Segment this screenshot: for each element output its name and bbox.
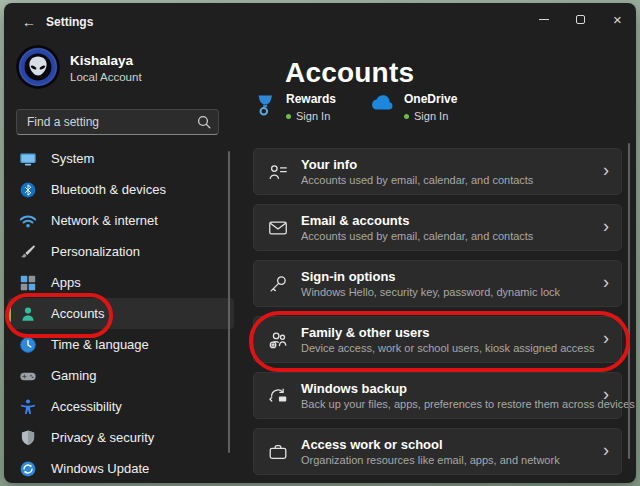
game-controller-icon	[19, 367, 37, 385]
clock-globe-icon	[19, 336, 37, 354]
sidebar-item-label: Time & language	[51, 337, 149, 352]
sign-in-options-card[interactable]: Sign-in options Windows Hello, security …	[253, 260, 622, 307]
apps-grid-icon	[19, 274, 37, 292]
onedrive-promo[interactable]: OneDrive Sign In	[368, 92, 457, 122]
minimize-icon	[539, 19, 549, 20]
paintbrush-icon	[19, 243, 37, 261]
card-title: Family & other users	[301, 325, 591, 340]
envelope-icon	[267, 217, 289, 239]
sidebar-item-label: Personalization	[51, 244, 140, 259]
chevron-right-icon: ›	[603, 217, 609, 238]
onedrive-cloud-icon	[368, 93, 395, 113]
search-icon	[197, 115, 211, 129]
sidebar-item-system[interactable]: System	[8, 143, 234, 174]
sidebar-scrollbar[interactable]	[228, 151, 230, 453]
bluetooth-icon	[19, 181, 37, 199]
back-arrow-icon: ←	[22, 14, 36, 30]
card-subtitle: Windows Hello, security key, password, d…	[301, 286, 591, 298]
email-accounts-card[interactable]: Email & accounts Accounts used by email,…	[253, 204, 622, 251]
card-title: Your info	[301, 157, 591, 172]
family-other-users-card[interactable]: Family & other users Device access, work…	[253, 316, 622, 363]
close-icon: ×	[613, 12, 622, 27]
content-scrollbar[interactable]	[628, 143, 630, 459]
search-input[interactable]	[17, 110, 218, 134]
maximize-icon	[576, 15, 585, 24]
rewards-trophy-icon	[256, 93, 277, 117]
update-arrows-icon	[19, 460, 37, 478]
your-info-icon	[267, 161, 289, 183]
minimize-button[interactable]	[525, 3, 562, 36]
sidebar-item-time-language[interactable]: Time & language	[8, 329, 234, 360]
sidebar-item-accounts[interactable]: Accounts	[8, 298, 234, 329]
card-title: Windows backup	[301, 381, 591, 396]
page-title: Accounts	[285, 57, 414, 89]
rewards-promo[interactable]: Rewards Sign In	[256, 92, 336, 122]
card-subtitle: Accounts used by email, calendar, and co…	[301, 174, 591, 186]
card-title: Sign-in options	[301, 269, 591, 284]
sidebar-item-label: Windows Update	[51, 461, 149, 476]
settings-window: ← Settings × Kishalaya Local Account	[4, 3, 636, 483]
onedrive-label: OneDrive	[404, 92, 457, 106]
card-title: Access work or school	[301, 437, 591, 452]
system-icon	[19, 150, 37, 168]
settings-card-list: Your info Accounts used by email, calend…	[253, 148, 622, 475]
rewards-label: Rewards	[286, 92, 336, 106]
access-work-school-card[interactable]: Access work or school Organization resou…	[253, 428, 622, 475]
sidebar-item-label: Accounts	[51, 306, 104, 321]
shield-icon	[19, 429, 37, 447]
sidebar-item-windows-update[interactable]: Windows Update	[8, 453, 234, 483]
profile-name: Kishalaya	[70, 53, 133, 68]
alien-avatar-icon	[16, 45, 60, 89]
briefcase-icon	[267, 441, 289, 463]
your-info-card[interactable]: Your info Accounts used by email, calend…	[253, 148, 622, 195]
sidebar-item-privacy-security[interactable]: Privacy & security	[8, 422, 234, 453]
avatar[interactable]	[16, 45, 60, 89]
status-dot-icon	[286, 114, 291, 119]
chevron-right-icon: ›	[603, 385, 609, 406]
backup-sync-icon	[267, 385, 289, 407]
family-users-icon	[267, 329, 289, 351]
maximize-button[interactable]	[562, 3, 599, 36]
sidebar-item-label: System	[51, 151, 94, 166]
card-subtitle: Device access, work or school users, kio…	[301, 342, 591, 354]
sidebar-item-label: Apps	[51, 275, 81, 290]
chevron-right-icon: ›	[603, 273, 609, 294]
sidebar-item-bluetooth-devices[interactable]: Bluetooth & devices	[8, 174, 234, 205]
sidebar-item-label: Accessibility	[51, 399, 122, 414]
windows-backup-card[interactable]: Windows backup Back up your files, apps,…	[253, 372, 622, 419]
sidebar-item-apps[interactable]: Apps	[8, 267, 234, 298]
profile-account-type: Local Account	[70, 71, 142, 83]
chevron-right-icon: ›	[603, 161, 609, 182]
search-box	[16, 109, 219, 135]
sidebar-item-label: Network & internet	[51, 213, 158, 228]
sidebar-item-label: Bluetooth & devices	[51, 182, 166, 197]
accessibility-person-icon	[19, 398, 37, 416]
sidebar-item-label: Gaming	[51, 368, 97, 383]
sidebar-item-gaming[interactable]: Gaming	[8, 360, 234, 391]
sidebar-nav: System Bluetooth & devices Network & int…	[8, 143, 234, 483]
wifi-icon	[19, 212, 37, 230]
card-subtitle: Organization resources like email, apps,…	[301, 454, 591, 466]
card-title: Email & accounts	[301, 213, 591, 228]
close-button[interactable]: ×	[599, 3, 636, 36]
card-subtitle: Back up your files, apps, preferences to…	[301, 398, 591, 410]
chevron-right-icon: ›	[603, 441, 609, 462]
window-controls: ×	[525, 3, 636, 36]
chevron-right-icon: ›	[603, 329, 609, 350]
onedrive-sign-in[interactable]: Sign In	[414, 110, 448, 122]
accounts-person-icon	[19, 305, 37, 323]
sidebar-item-network-internet[interactable]: Network & internet	[8, 205, 234, 236]
sidebar-item-label: Privacy & security	[51, 430, 154, 445]
key-icon	[267, 273, 289, 295]
window-title: Settings	[46, 15, 93, 29]
sidebar-item-personalization[interactable]: Personalization	[8, 236, 234, 267]
card-subtitle: Accounts used by email, calendar, and co…	[301, 230, 591, 242]
status-dot-icon	[404, 114, 409, 119]
rewards-sign-in[interactable]: Sign In	[296, 110, 330, 122]
sidebar-item-accessibility[interactable]: Accessibility	[8, 391, 234, 422]
back-button[interactable]: ←	[16, 11, 42, 33]
